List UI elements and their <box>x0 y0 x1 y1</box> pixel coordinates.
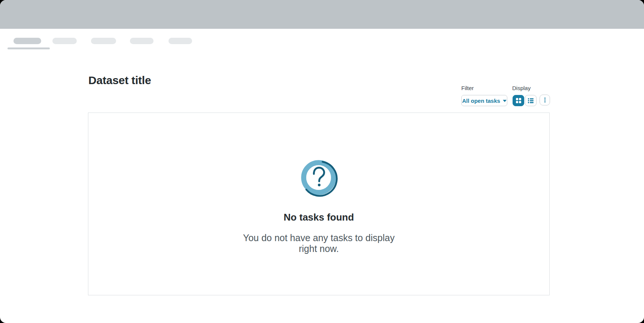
empty-state-description: You do not have any tasks to display rig… <box>88 233 549 254</box>
empty-state-description-line2: right now. <box>88 243 549 254</box>
tab-placeholder-1[interactable] <box>13 38 41 44</box>
tab-bar <box>7 38 217 51</box>
tab-placeholder-5[interactable] <box>168 38 192 44</box>
filter-label: Filter <box>461 85 474 91</box>
app-window: Dataset title Filter Display All open ta… <box>0 0 644 323</box>
empty-state-card: No tasks found You do not have any tasks… <box>88 113 550 295</box>
tab-placeholder-4[interactable] <box>130 38 154 44</box>
list-view-button[interactable] <box>525 95 537 106</box>
grid-view-icon <box>516 98 521 103</box>
active-tab-underline <box>7 47 50 49</box>
top-banner <box>0 0 644 29</box>
kebab-menu-icon <box>544 98 546 102</box>
page-title: Dataset title <box>88 75 151 86</box>
caret-down-icon <box>503 100 507 102</box>
empty-state-description-line1: You do not have any tasks to display <box>88 233 549 243</box>
tab-placeholder-3[interactable] <box>91 38 116 44</box>
filter-dropdown-value: All open tasks <box>462 98 500 104</box>
tab-placeholder-2[interactable] <box>52 38 77 44</box>
more-options-button[interactable] <box>540 95 550 105</box>
display-label: Display <box>512 85 531 91</box>
empty-state-title: No tasks found <box>88 212 549 222</box>
filter-dropdown[interactable]: All open tasks <box>461 95 507 106</box>
list-view-icon <box>528 98 534 103</box>
grid-view-button[interactable] <box>513 95 524 106</box>
question-circle-icon <box>300 159 338 197</box>
